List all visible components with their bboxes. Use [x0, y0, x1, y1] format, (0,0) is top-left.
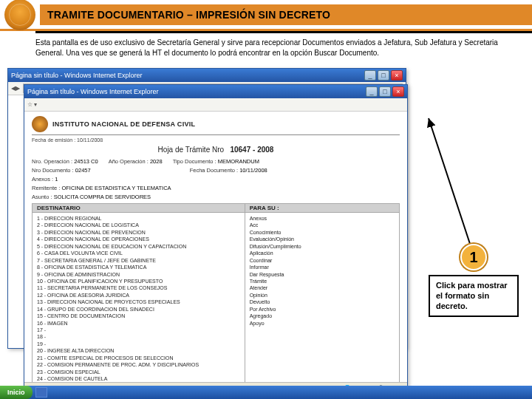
dest-left-item: 12 - OFICINA DE ASESORIA JURIDICA	[37, 292, 240, 299]
ie-back-title-text: Página sin título - Windows Internet Exp…	[11, 72, 143, 79]
dest-right-item: Difusión/Cumplimiento	[250, 243, 395, 250]
dest-left-item: 7 - SECRETARIA GENERAL / JEFE DE GABINET…	[37, 257, 240, 264]
op-value: 24513 C0	[74, 158, 98, 165]
ie-back-titlebar: Página sin título - Windows Internet Exp…	[8, 69, 406, 82]
close-button[interactable]: ×	[392, 86, 404, 97]
dest-left-item: 10 - OFICINA DE PLANIFICACION Y PRESUPUE…	[37, 278, 240, 284]
dest-left-item: 9 - OFICINA DE ADMINISTRACION	[37, 271, 240, 278]
dest-right-item: Atender	[250, 284, 395, 291]
dest-right-item: Conocimiento	[250, 229, 395, 236]
hoja-title-pre: Hoja de Trámite Nro	[158, 146, 224, 154]
fecha-emision-value: 10/11/2008	[77, 137, 103, 143]
dest-left-item: 3 - DIRECCION NACIONAL DE PREVENCION	[37, 229, 240, 236]
ano-label: Año Operación :	[109, 158, 149, 165]
institution-header: INSTITUTO NACIONAL DE DEFENSA CIVIL	[32, 116, 400, 135]
dest-header: DESTINATARIO PARA SU :	[32, 203, 400, 213]
slide-description: Esta pantalla es de uso exclusivo de Sec…	[0, 33, 532, 65]
dest-left-item: 8 - OFICINA DE ESTADISTICA Y TELEMATICA	[37, 264, 240, 270]
dest-left-item: 5 - DIRECCION NACIONAL DE EDUCACION Y CA…	[37, 243, 240, 250]
op-label: Nro. Operación :	[32, 158, 72, 165]
fdoc-label: Fecha Documento :	[190, 167, 238, 174]
tipo-label: Tipo Documento :	[173, 158, 216, 165]
taskbar: Inicio	[0, 386, 532, 399]
dest-body: 1 - DIRECCION REGIONAL2 - DIRECCION NACI…	[32, 213, 400, 394]
remitente-label: Remitente :	[32, 185, 60, 191]
indeci-logo	[4, 0, 35, 30]
dest-left-item: 15 - CENTRO DE DOCUMENTACION	[37, 313, 240, 319]
maximize-button[interactable]: □	[378, 70, 389, 81]
ie-front-window: Página sin título - Windows Internet Exp…	[24, 84, 408, 395]
dest-right-item: Por Archivo	[250, 306, 395, 313]
dest-left-item: 11 - SECRETARIA PERMANENTE DE LOS CONSEJ…	[37, 284, 240, 291]
dest-left-item: 18 -	[37, 333, 240, 340]
svg-line-0	[429, 118, 473, 253]
anexos-label: Anexos :	[32, 176, 53, 183]
dest-left-item: 6 - CASA DEL VOLUNTA VICE CIVIL	[37, 250, 240, 256]
back-nav-icon[interactable]: ◀▶	[11, 85, 20, 92]
dest-left-item: 21 - COMITE ESPECIAL DE PROCESOS DE SELE…	[37, 355, 240, 361]
hoja-title: Hoja de Trámite Nro 10647 - 2008	[32, 146, 400, 154]
dest-left-item: 4 - DIRECCION NACIONAL DE OPERACIONES	[37, 236, 240, 242]
callout-text: Click para mostrar el formato sin decret…	[429, 275, 519, 317]
dest-left-item: 13 - DIRECCION NACIONAL DE PROYECTOS ESP…	[37, 299, 240, 305]
fecha-emision-label: Fecha de emisión :	[32, 137, 75, 143]
dest-right-item: Trámite	[250, 278, 395, 284]
taskbar-item[interactable]	[35, 387, 47, 398]
institution-logo-icon	[32, 116, 48, 132]
dest-left-item: 16 - IMAGEN	[37, 320, 240, 327]
asunto-value: SOLICITA COMPRA DE SERVIDORES	[54, 194, 151, 200]
dest-left-item: 23 - COMISION ESPECIAL	[37, 369, 240, 375]
dest-right-item: Acc	[250, 222, 395, 228]
ano-value: 2028	[150, 158, 163, 165]
remitente-value: OFICINA DE ESTADISTICA Y TELEMATICA	[61, 185, 171, 191]
stage: Página sin título - Windows Internet Exp…	[0, 68, 532, 399]
dest-left-item: 14 - GRUPO DE COORDINACION DEL SINADECI	[37, 306, 240, 313]
close-button[interactable]: ×	[391, 70, 403, 81]
toolbar-icon[interactable]: ☆ ▾	[27, 101, 37, 108]
dest-left-item: 19 -	[37, 341, 240, 347]
dest-right-item: Opinión	[250, 292, 395, 299]
dest-right-item: Coordinar	[250, 257, 395, 264]
dest-right-item: Evaluación/Opinión	[250, 236, 395, 242]
maximize-button[interactable]: □	[379, 86, 391, 97]
dest-left-item: 1 - DIRECCION REGIONAL	[37, 215, 240, 222]
ie-front-titlebar: Página sin título - Windows Internet Exp…	[24, 85, 407, 98]
dest-right-item: Devuelto	[250, 299, 395, 305]
ie-front-title-text: Página sin título - Windows Internet Exp…	[27, 88, 159, 95]
dest-left-item: 2 - DIRECCION NACIONAL DE LOGISTICA	[37, 222, 240, 228]
slide-header: TRAMITE DOCUMENTARIO – IMPRESIÓN SIN DEC…	[0, 0, 532, 31]
dest-left-item: 17 -	[37, 327, 240, 333]
minimize-button[interactable]: _	[364, 70, 376, 81]
dest-right-item: Informar	[250, 264, 395, 270]
ie-front-body: INSTITUTO NACIONAL DE DEFENSA CIVIL Fech…	[24, 112, 407, 394]
callout-badge: 1	[460, 244, 487, 270]
dest-list-left: 1 - DIRECCION REGIONAL2 - DIRECCION NACI…	[33, 213, 245, 394]
doc-label: Nro Documento :	[32, 167, 74, 174]
doc-value: 02457	[75, 167, 91, 174]
dest-left-item: 22 - COMISION PERMANENTE DE PROC. ADM. Y…	[37, 361, 240, 368]
dest-header-left: DESTINATARIO	[33, 204, 245, 212]
dest-header-right: PARA SU :	[245, 204, 284, 212]
tipo-value: MEMORANDUM	[218, 158, 259, 165]
minimize-button[interactable]: _	[366, 86, 378, 97]
anexos-value: 1	[55, 176, 58, 183]
slide-title: TRAMITE DOCUMENTARIO – IMPRESIÓN SIN DEC…	[40, 4, 532, 25]
callout: 1 Click para mostrar el formato sin decr…	[429, 244, 519, 317]
start-button[interactable]: Inicio	[0, 386, 33, 399]
dest-left-item: 20 - INGRESE ALTA DIRECCION	[37, 347, 240, 354]
fdoc-value: 10/11/2008	[239, 167, 267, 174]
institution-title: INSTITUTO NACIONAL DE DEFENSA CIVIL	[52, 120, 195, 128]
hoja-nro: 10647 - 2008	[230, 146, 273, 154]
dest-right-item: Agregado	[250, 313, 395, 319]
dest-right-item: Apoyo	[250, 320, 395, 327]
asunto-label: Asunto :	[32, 194, 52, 200]
dest-right-item: Anexos	[250, 215, 395, 222]
dest-right-item: Dar Respuesta	[250, 271, 395, 278]
dest-list-right: AnexosAccConocimientoEvaluación/OpiniónD…	[245, 213, 399, 394]
ie-front-toolbar: ☆ ▾	[24, 98, 407, 112]
dest-right-item: Aplicación	[250, 250, 395, 256]
